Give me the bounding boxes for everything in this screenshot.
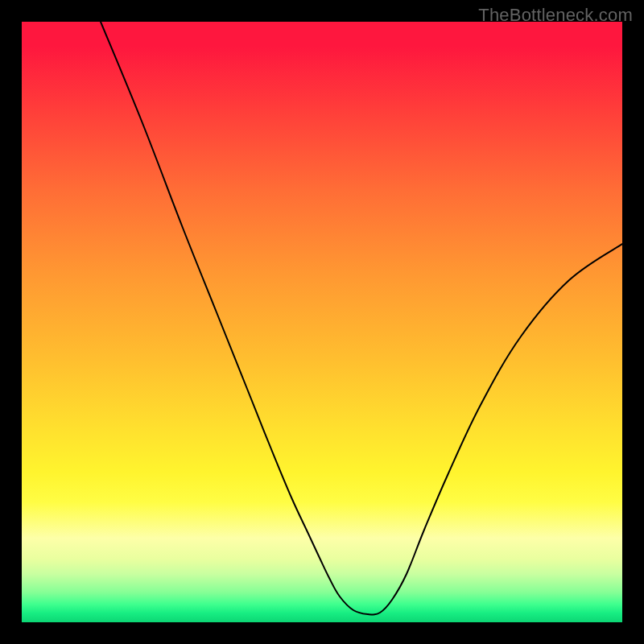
- data-nub: [463, 218, 465, 223]
- data-nubs: [243, 30, 465, 223]
- data-nub: [446, 181, 452, 194]
- data-nub: [262, 163, 266, 173]
- chart-frame: TheBottleneck.com: [0, 0, 644, 644]
- data-nub: [397, 56, 401, 67]
- data-nub: [387, 38, 392, 47]
- data-nub: [321, 30, 352, 36]
- data-nub: [415, 102, 417, 109]
- data-nub: [297, 75, 301, 86]
- data-nub: [407, 80, 413, 97]
- data-nub: [271, 125, 281, 149]
- data-nub: [308, 52, 312, 60]
- curve-svg: [22, 22, 622, 622]
- data-nub: [284, 104, 289, 118]
- data-nub: [432, 149, 443, 173]
- data-nub: [453, 198, 456, 205]
- data-nub: [249, 176, 260, 205]
- plot-area: [22, 22, 622, 622]
- data-nub: [243, 212, 246, 220]
- watermark-text: TheBottleneck.com: [478, 5, 633, 26]
- data-nub: [355, 30, 374, 31]
- bottleneck-curve: [101, 22, 622, 614]
